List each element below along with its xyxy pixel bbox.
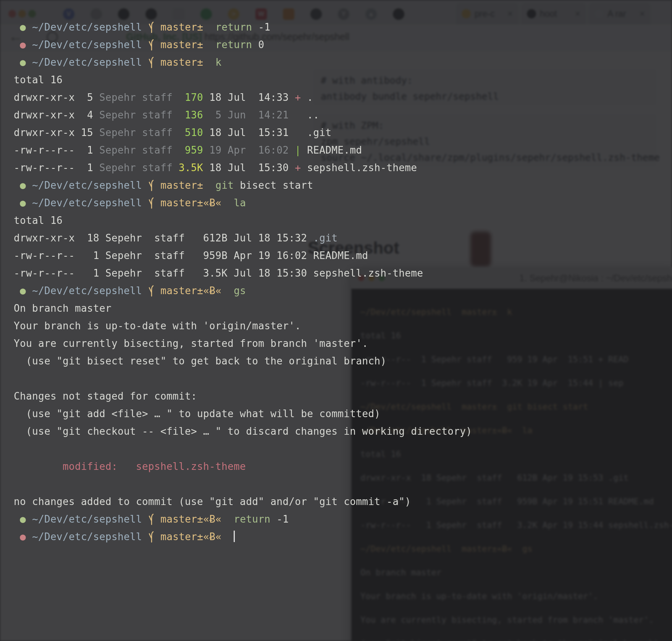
terminal-text: master± (160, 180, 203, 191)
terminal-line-30: ● ~/Dev/etc/sepshell master±«Ƀ« (14, 528, 672, 545)
terminal-text (203, 57, 215, 68)
git-branch-icon (148, 56, 154, 68)
terminal[interactable]: ● ~/Dev/etc/sepshell master± return -1 ●… (0, 0, 672, 641)
terminal-text (14, 57, 20, 68)
terminal-text: ~/Dev/etc/sepshell (32, 21, 142, 33)
terminal-text (246, 127, 258, 138)
terminal-text (221, 513, 234, 525)
terminal-text: ~/Dev/etc/sepshell (32, 57, 142, 68)
terminal-text: ~/Dev/etc/sepshell (32, 513, 142, 525)
git-branch-icon (148, 513, 154, 525)
terminal-text (246, 92, 258, 103)
terminal-text: 5 Jun (209, 109, 246, 121)
terminal-text (142, 531, 148, 542)
terminal-text (203, 21, 215, 33)
screen: { "browser": { "window_controls": [ {"na… (0, 0, 672, 641)
terminal-text: Sepehr staff (99, 162, 173, 173)
terminal-text (26, 39, 32, 50)
terminal-line-17: On branch master (14, 299, 672, 317)
terminal-text (14, 180, 20, 191)
terminal-line-20: (use "git bisect reset" to get back to t… (14, 352, 672, 370)
terminal-text: sepshell.zsh-theme (301, 162, 417, 173)
terminal-text: 15:30 (258, 162, 289, 173)
terminal-line-26: modified: sepshell.zsh-theme (14, 458, 672, 475)
terminal-text: 18 Jul (209, 127, 246, 138)
terminal-line-23: (use "git add <file> … " to update what … (14, 405, 672, 422)
terminal-text: master±«Ƀ« (160, 285, 221, 296)
terminal-text: -1 (270, 513, 289, 525)
terminal-text: 15:31 (258, 127, 289, 138)
terminal-text: | (295, 144, 301, 156)
terminal-text (203, 92, 209, 103)
terminal-text: master±«Ƀ« (160, 513, 221, 525)
terminal-text: gs (234, 285, 246, 296)
terminal-text: ● (20, 180, 26, 191)
terminal-text (221, 197, 234, 209)
terminal-text: + (295, 92, 301, 103)
terminal-line-6: drwxr-xr-x 4 Sepehr staff 136 5 Jun 14:2… (14, 106, 672, 124)
terminal-line-8: -rw-r--r-- 1 Sepehr staff 959 19 Apr 16:… (14, 141, 672, 159)
terminal-text (14, 39, 20, 50)
terminal-text: .. (289, 109, 319, 121)
terminal-text (14, 21, 20, 33)
terminal-text: master±«Ƀ« (160, 531, 221, 542)
terminal-line-4: total 16 (14, 71, 672, 89)
terminal-text: You are currently bisecting, started fro… (14, 338, 368, 349)
terminal-text: drwxr-xr-x 4 (14, 109, 99, 121)
terminal-line-7: drwxr-xr-x 15 Sepehr staff 510 18 Jul 15… (14, 124, 672, 141)
terminal-text: drwxr-xr-x 18 Sepehr staff 612B Jul 18 1… (14, 232, 313, 244)
terminal-text: -rw-r--r-- 1 Sepehr staff 3.5K Jul 18 15… (14, 267, 423, 279)
terminal-text: master± (160, 57, 203, 68)
terminal-text (246, 162, 258, 173)
terminal-text: no changes added to commit (use "git add… (14, 496, 411, 507)
terminal-text (154, 285, 160, 296)
terminal-text: ● (20, 197, 26, 209)
terminal-text (14, 285, 20, 296)
terminal-text (142, 197, 148, 209)
terminal-cursor (234, 531, 235, 542)
git-branch-icon (148, 531, 154, 543)
terminal-text (203, 127, 209, 138)
terminal-text (142, 57, 148, 68)
terminal-text: . (301, 92, 313, 103)
terminal-text: -rw-r--r-- 1 (14, 144, 99, 156)
terminal-text (203, 109, 209, 121)
terminal-text: .git (313, 232, 338, 244)
terminal-line-11: ● ~/Dev/etc/sepshell master±«Ƀ« la (14, 194, 672, 212)
terminal-text: ● (20, 513, 26, 525)
terminal-text: 14:33 (258, 92, 289, 103)
terminal-text (203, 162, 209, 173)
terminal-text: 18 Jul (209, 162, 246, 173)
terminal-line-1: ● ~/Dev/etc/sepshell master± return -1 (14, 18, 672, 36)
terminal-line-15: -rw-r--r-- 1 Sepehr staff 3.5K Jul 18 15… (14, 264, 672, 282)
terminal-line-13: drwxr-xr-x 18 Sepehr staff 612B Jul 18 1… (14, 229, 672, 247)
terminal-text: ~/Dev/etc/sepshell (32, 197, 142, 209)
terminal-text: bisect start (234, 180, 313, 191)
terminal-text (14, 531, 20, 542)
terminal-text: 0 (252, 39, 264, 50)
terminal-text (26, 57, 32, 68)
terminal-text: + (295, 162, 301, 173)
terminal-text: 18 Jul (209, 92, 246, 103)
terminal-text: return (215, 39, 252, 50)
terminal-text: modified: sepshell.zsh-theme (14, 461, 246, 472)
git-branch-icon (148, 197, 154, 209)
terminal-text: ● (20, 39, 26, 50)
terminal-text (26, 180, 32, 191)
git-branch-icon (148, 179, 154, 191)
terminal-text (289, 92, 295, 103)
terminal-text: (use "git checkout -- <file> … " to disc… (14, 426, 472, 437)
terminal-text: ~/Dev/etc/sepshell (32, 531, 142, 542)
terminal-text (289, 162, 295, 173)
terminal-text (173, 162, 179, 173)
terminal-text: -rw-r--r-- 1 (14, 162, 99, 173)
terminal-line-9: -rw-r--r-- 1 Sepehr staff 3.5K 18 Jul 15… (14, 159, 672, 176)
terminal-text: drwxr-xr-x 15 (14, 127, 99, 138)
terminal-text: Changes not staged for commit: (14, 390, 197, 402)
terminal-line-18: Your branch is up-to-date with 'origin/m… (14, 317, 672, 335)
terminal-line-12: total 16 (14, 212, 672, 229)
terminal-text: 3.5K (179, 162, 203, 173)
terminal-text: total 16 (14, 215, 63, 226)
terminal-text: 14:21 (258, 109, 289, 121)
terminal-text: 510 (185, 127, 203, 138)
